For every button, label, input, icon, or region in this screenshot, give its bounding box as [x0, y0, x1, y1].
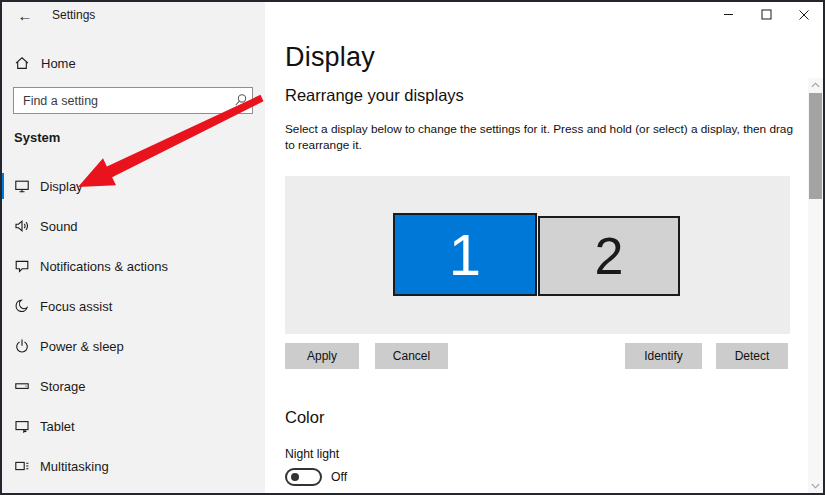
sidebar: ← Settings Home System Display: [0, 0, 265, 495]
sidebar-item-multitasking[interactable]: Multitasking: [0, 446, 265, 486]
search-input[interactable]: [14, 94, 228, 108]
selected-accent-bar: [0, 173, 4, 199]
sidebar-item-label: Focus assist: [40, 299, 112, 314]
window-controls: [709, 0, 823, 29]
rearrange-heading: Rearrange your displays: [285, 86, 464, 105]
display-arrangement-panel: 1 2: [285, 176, 790, 334]
apply-button[interactable]: Apply: [285, 343, 359, 369]
scrollbar-thumb[interactable]: [809, 93, 822, 199]
sidebar-item-power-sleep[interactable]: Power & sleep: [0, 326, 265, 366]
sidebar-item-label: Notifications & actions: [40, 259, 168, 274]
minimize-icon: [723, 9, 734, 20]
chevron-up-icon: [811, 82, 820, 88]
sidebar-item-notifications[interactable]: Notifications & actions: [0, 246, 265, 286]
vertical-scrollbar[interactable]: [808, 78, 823, 493]
multitasking-icon: [14, 458, 30, 474]
close-icon: [798, 9, 810, 21]
monitor-1-label: 1: [449, 226, 481, 284]
window-title: Settings: [52, 8, 95, 22]
sidebar-item-label: Sound: [40, 219, 78, 234]
chevron-down-icon: [811, 483, 820, 489]
close-button[interactable]: [785, 0, 823, 29]
sidebar-item-sound[interactable]: Sound: [0, 206, 265, 246]
monitor-1[interactable]: 1: [393, 213, 537, 296]
sidebar-item-focus-assist[interactable]: Focus assist: [0, 286, 265, 326]
color-heading: Color: [285, 408, 324, 427]
sidebar-item-label: Power & sleep: [40, 339, 124, 354]
maximize-icon: [761, 9, 772, 20]
monitor-2[interactable]: 2: [538, 216, 680, 296]
night-light-state: Off: [331, 470, 347, 484]
home-icon: [14, 55, 30, 71]
settings-window: ← Settings Home System Display: [0, 0, 825, 495]
sidebar-item-display[interactable]: Display: [0, 166, 265, 206]
identify-button[interactable]: Identify: [625, 343, 702, 369]
page-title: Display: [285, 42, 375, 73]
tablet-icon: [14, 418, 30, 434]
search-box: [13, 87, 253, 114]
night-light-toggle[interactable]: [285, 468, 322, 486]
sidebar-nav: Display Sound Notifications & actions Fo…: [0, 166, 265, 486]
power-icon: [14, 338, 30, 354]
focus-assist-icon: [14, 298, 30, 314]
back-arrow-icon: ←: [18, 7, 33, 24]
sidebar-item-label: Storage: [40, 379, 86, 394]
night-light-label: Night light: [285, 447, 339, 461]
scrollbar-up-arrow[interactable]: [808, 78, 823, 92]
sound-icon: [14, 218, 30, 234]
sidebar-item-storage[interactable]: Storage: [0, 366, 265, 406]
sidebar-item-label: Tablet: [40, 419, 75, 434]
search-icon[interactable]: [228, 93, 252, 108]
back-button[interactable]: ←: [10, 7, 40, 24]
rearrange-description: Select a display below to change the set…: [285, 122, 797, 153]
monitor-2-label: 2: [595, 230, 624, 282]
titlebar: ← Settings: [0, 0, 265, 30]
storage-icon: [14, 378, 30, 394]
sidebar-item-home[interactable]: Home: [0, 50, 265, 76]
detect-button[interactable]: Detect: [716, 343, 788, 369]
scrollbar-down-arrow[interactable]: [808, 479, 823, 493]
maximize-button[interactable]: [747, 0, 785, 29]
sidebar-item-label: Home: [41, 56, 76, 71]
toggle-knob: [291, 473, 299, 481]
cancel-button[interactable]: Cancel: [375, 343, 448, 369]
sidebar-item-label: Multitasking: [40, 459, 109, 474]
display-icon: [14, 178, 30, 194]
sidebar-item-label: Display: [40, 179, 83, 194]
content-area: Display Rearrange your displays Select a…: [265, 0, 825, 495]
sidebar-section-header: System: [14, 130, 60, 145]
sidebar-item-tablet[interactable]: Tablet: [0, 406, 265, 446]
minimize-button[interactable]: [709, 0, 747, 29]
notifications-icon: [14, 258, 30, 274]
